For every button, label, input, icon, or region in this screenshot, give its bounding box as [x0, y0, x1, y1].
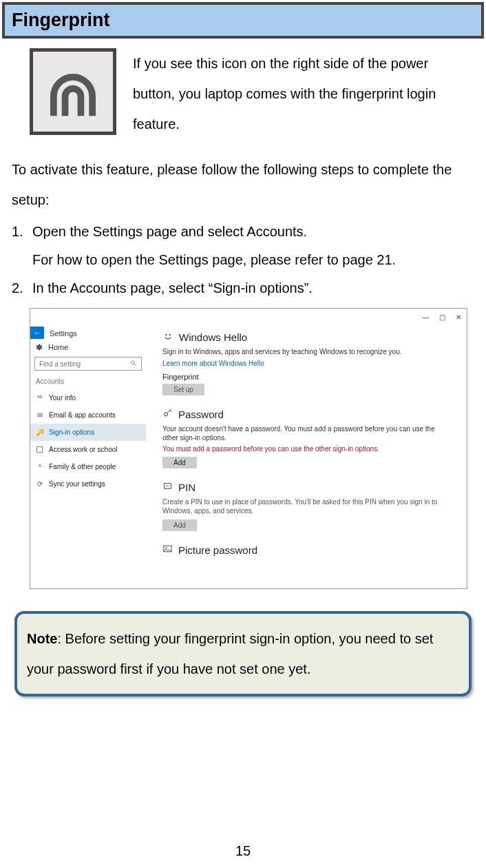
hello-desc: Sign in to Windows, apps and services by…	[162, 348, 450, 355]
hello-icon	[162, 331, 173, 344]
sidebar-item-family[interactable]: ᴬ Family & other people	[30, 458, 146, 475]
sidebar-item-label: Sign-in options	[49, 428, 94, 436]
picture-title: Picture password	[178, 544, 257, 556]
key-icon: 🔑	[36, 428, 43, 436]
sidebar-item-signin[interactable]: 🔑 Sign-in options	[30, 424, 146, 441]
page-number: 15	[2, 843, 484, 859]
pin-desc: Create a PIN to use in place of password…	[162, 497, 450, 515]
search-icon	[130, 360, 137, 368]
steps-list: 1. Open the Settings page and select Acc…	[2, 215, 484, 302]
sidebar-item-your-info[interactable]: ᴬᴱ Your info	[30, 389, 146, 406]
step-line: In the Accounts page, select “Sign-in op…	[32, 274, 474, 302]
settings-main: Windows Hello Sign in to Windows, apps a…	[146, 325, 467, 588]
step-2: 2. In the Accounts page, select “Sign-in…	[12, 274, 474, 302]
note-label: Note	[27, 631, 57, 646]
picture-heading: Picture password	[162, 544, 450, 556]
picture-icon	[162, 544, 173, 556]
key-icon	[162, 408, 173, 420]
settings-body: ← Settings Home Find a setting Accounts …	[30, 325, 467, 588]
maximize-icon[interactable]: ▢	[438, 313, 446, 321]
back-button[interactable]: ←	[30, 327, 44, 339]
sidebar-item-label: Family & other people	[49, 463, 116, 471]
intro-row: If you see this icon on the right side o…	[2, 39, 484, 139]
step-number: 1.	[12, 218, 32, 274]
step-1: 1. Open the Settings page and select Acc…	[12, 218, 474, 274]
pin-title: PIN	[178, 482, 196, 493]
section-title: Fingerprint	[12, 10, 110, 30]
people-icon: ᴬ	[36, 463, 43, 471]
svg-point-10	[169, 486, 169, 486]
step-line: Open the Settings page and select Accoun…	[32, 218, 474, 246]
sidebar-item-email[interactable]: ✉ Email & app accounts	[30, 406, 146, 424]
settings-screenshot: — ▢ ✕ ← Settings Home Find a setting Acc…	[30, 308, 467, 589]
note-text: Note: Before setting your fingerprint si…	[27, 623, 459, 684]
fingerprint-icon	[43, 61, 103, 122]
minimize-icon[interactable]: —	[421, 313, 430, 321]
hello-fp-label: Fingerprint	[162, 373, 450, 381]
sidebar-home[interactable]: Home	[30, 340, 146, 355]
sidebar-search[interactable]: Find a setting	[34, 357, 142, 371]
sidebar-group: Accounts	[30, 376, 146, 389]
hello-title: Windows Hello	[179, 331, 247, 343]
note-body: : Before setting your fingerprint sign-i…	[27, 631, 433, 676]
section-header: Fingerprint	[2, 2, 484, 39]
svg-point-8	[166, 486, 167, 486]
pin-icon	[162, 481, 173, 493]
password-title: Password	[178, 409, 224, 420]
user-icon: ᴬᴱ	[36, 394, 43, 402]
sidebar-item-sync[interactable]: ⟳ Sync your settings	[30, 475, 146, 493]
step-body: Open the Settings page and select Accoun…	[32, 218, 474, 274]
svg-point-12	[166, 547, 167, 548]
pin-heading: PIN	[162, 481, 450, 493]
search-placeholder: Find a setting	[39, 360, 81, 368]
password-warning: You must add a password before you can u…	[162, 445, 450, 453]
hello-link[interactable]: Learn more about Windows Hello	[162, 360, 450, 367]
sidebar-item-label: Access work or school	[49, 446, 117, 453]
hello-setup-button[interactable]: Set up	[162, 384, 204, 395]
password-desc: Your account doesn't have a password. Yo…	[162, 424, 450, 442]
svg-point-2	[165, 334, 167, 335]
sidebar-home-label: Home	[48, 343, 68, 351]
gear-icon	[34, 343, 43, 351]
sidebar-item-work[interactable]: 🞎 Access work or school	[30, 441, 146, 458]
sidebar-item-label: Email & app accounts	[49, 411, 116, 419]
settings-sidebar: ← Settings Home Find a setting Accounts …	[30, 325, 146, 588]
svg-point-9	[167, 486, 168, 486]
fingerprint-icon-box	[30, 48, 116, 135]
sidebar-item-label: Your info	[49, 394, 76, 402]
close-icon[interactable]: ✕	[454, 313, 463, 321]
pin-add-button[interactable]: Add	[162, 519, 197, 531]
briefcase-icon: 🞎	[36, 446, 43, 453]
svg-point-0	[131, 361, 135, 364]
intro-text: If you see this icon on the right side o…	[133, 48, 456, 139]
note-box: Note: Before setting your fingerprint si…	[14, 611, 472, 696]
hello-heading: Windows Hello	[162, 331, 450, 344]
mail-icon: ✉	[36, 411, 43, 419]
step-line: For how to open the Settings page, pleas…	[32, 246, 474, 274]
password-heading: Password	[162, 408, 450, 420]
svg-point-4	[165, 413, 168, 416]
step-number: 2.	[12, 274, 32, 302]
setup-intro: To activate this feature, please follow …	[2, 139, 484, 215]
svg-line-1	[134, 364, 136, 366]
sync-icon: ⟳	[36, 480, 43, 488]
svg-line-6	[170, 411, 171, 412]
window-titlebar: — ▢ ✕	[30, 309, 467, 325]
settings-label: Settings	[44, 329, 84, 338]
sidebar-item-label: Sync your settings	[49, 480, 105, 488]
password-add-button[interactable]: Add	[162, 457, 197, 468]
svg-point-3	[169, 334, 171, 335]
step-body: In the Accounts page, select “Sign-in op…	[32, 274, 474, 302]
